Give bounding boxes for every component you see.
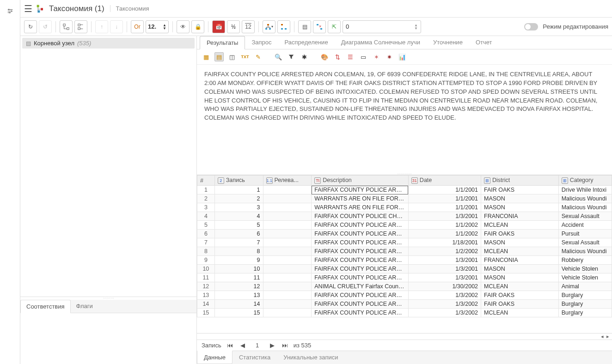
doc-button[interactable]: ▤ bbox=[298, 20, 311, 33]
tab-sunburst[interactable]: Диаграмма Солнечные лучи bbox=[335, 36, 427, 49]
hierarchy2-button[interactable] bbox=[277, 20, 290, 33]
refresh-button[interactable]: ↻ bbox=[24, 20, 37, 33]
palette-icon[interactable]: 🎨 bbox=[320, 52, 329, 61]
list-icon[interactable]: ☰ bbox=[346, 52, 355, 61]
cell-relevance bbox=[263, 203, 312, 212]
cell-relevance bbox=[263, 186, 312, 194]
pager-first[interactable]: ⏮ bbox=[225, 342, 235, 349]
scroll-left-icon[interactable]: ◂ bbox=[601, 334, 604, 340]
table-row[interactable]: 1111FAIRFAX COUNTY POLICE ARRESTE1/3/200… bbox=[197, 273, 612, 282]
col-header-relevance[interactable]: 1.1Релева... bbox=[263, 176, 312, 186]
sort-icon[interactable]: ⇅ bbox=[333, 52, 342, 61]
txt-icon[interactable]: TXT bbox=[240, 52, 250, 61]
view-split-icon[interactable]: ◫ bbox=[227, 52, 237, 61]
table-row[interactable]: 77FAIRFAX COUNTY POLICE ARRESTE1/18/2001… bbox=[197, 238, 612, 247]
number-input[interactable]: 0▲▼ bbox=[343, 20, 421, 33]
col-header-district[interactable]: ⊞District bbox=[481, 176, 559, 186]
table-row[interactable]: 44FAIRFAX COUNTY POLICE CHARGE1/3/2001FR… bbox=[197, 212, 612, 221]
tab-refine[interactable]: Уточнение bbox=[427, 36, 469, 49]
cell-number: 13 bbox=[197, 291, 215, 300]
table-row[interactable]: 11FAIRFAX COUNTY POLICE ARRESTE1/1/2001F… bbox=[197, 186, 612, 194]
menu-icon[interactable]: ☰ bbox=[24, 3, 32, 14]
tree-panel[interactable]: ▤ Корневой узел (535) bbox=[20, 36, 196, 297]
svg-point-2 bbox=[9, 12, 10, 13]
col-header-date[interactable]: 31Date bbox=[408, 176, 481, 186]
table-row[interactable]: 1313FAIRFAX COUNTY POLICE ARE INVE1/3/20… bbox=[197, 291, 612, 300]
search-icon[interactable]: 🔍 bbox=[274, 52, 283, 61]
scroll-right-icon[interactable]: ▸ bbox=[606, 334, 609, 340]
cell-number: 14 bbox=[197, 300, 215, 309]
pager-prev[interactable]: ◀ bbox=[239, 342, 247, 349]
count-button[interactable]: 12 bbox=[242, 20, 255, 33]
results-grid[interactable]: # 2Запись 1.1Релева... TtDescription 31D… bbox=[197, 175, 612, 333]
col-header-category[interactable]: ⊞Category bbox=[558, 176, 612, 186]
tab-data[interactable]: Данные bbox=[197, 351, 233, 364]
pager-current: 1 bbox=[251, 342, 264, 349]
pager-next[interactable]: ▶ bbox=[268, 342, 276, 349]
tab-matches[interactable]: Соответствия bbox=[20, 300, 71, 313]
tab-flags[interactable]: Флаги bbox=[71, 300, 98, 313]
tab-distribution[interactable]: Распределение bbox=[278, 36, 335, 49]
col-header-record[interactable]: 2Запись bbox=[214, 176, 263, 186]
level-spinner[interactable]: 12.▲▼ bbox=[146, 20, 169, 33]
settings-icon[interactable] bbox=[4, 5, 17, 18]
table-row[interactable]: 1515FAIRFAX COUNTY POLICE ARRESTE1/3/200… bbox=[197, 309, 612, 317]
rect-icon[interactable]: ▭ bbox=[359, 52, 368, 61]
cell-district: MASON bbox=[481, 238, 559, 247]
table-row[interactable]: 88FAIRFAX COUNTY POLICE ARE INVE1/2/2002… bbox=[197, 247, 612, 256]
or-button[interactable]: Or bbox=[131, 20, 144, 33]
table-row[interactable]: 33WARRANTS ARE ON FILE FOR EDUA1/1/2001M… bbox=[197, 203, 612, 212]
eye-button[interactable]: 👁 bbox=[177, 20, 190, 33]
pager-last[interactable]: ⏭ bbox=[280, 342, 290, 349]
tab-stats[interactable]: Статистика bbox=[233, 351, 277, 364]
highlight-icon[interactable]: ✎ bbox=[253, 52, 263, 61]
table-row[interactable]: 1010FAIRFAX COUNTY POLICE ARRESTE1/3/200… bbox=[197, 265, 612, 273]
horizontal-scroll[interactable]: ◂▸ bbox=[197, 333, 612, 340]
cell-district: MCLEAN bbox=[481, 247, 559, 256]
cell-number: 11 bbox=[197, 273, 215, 282]
cell-district: MASON bbox=[481, 273, 559, 282]
edit-mode-toggle[interactable] bbox=[524, 23, 538, 30]
cell-district: MCLEAN bbox=[481, 282, 559, 291]
burst2-icon[interactable]: ✷ bbox=[385, 52, 394, 61]
cell-relevance bbox=[263, 265, 312, 273]
table-row[interactable]: 22WARRANTS ARE ON FILE FOR EDUA1/1/2001M… bbox=[197, 194, 612, 203]
tab-report[interactable]: Отчет bbox=[469, 36, 499, 49]
cell-category: Accident bbox=[558, 221, 612, 230]
arrow-down-button[interactable]: ↓ bbox=[110, 20, 123, 33]
burst1-icon[interactable]: ✶ bbox=[372, 52, 381, 61]
cell-description: FAIRFAX COUNTY POLICE ARE INVE bbox=[312, 291, 409, 300]
view-list-icon[interactable]: ▦ bbox=[202, 52, 211, 61]
table-row[interactable]: 99FAIRFAX COUNTY POLICE ARRESTE1/3/2001F… bbox=[197, 256, 612, 265]
tab-results[interactable]: Результаты bbox=[200, 36, 245, 49]
filter-icon[interactable] bbox=[287, 52, 296, 61]
gear-icon[interactable]: ✱ bbox=[300, 52, 309, 61]
table-row[interactable]: 55FAIRFAX COUNTY POLICE ARE INVE1/1/2002… bbox=[197, 221, 612, 230]
cell-number: 7 bbox=[197, 238, 215, 247]
table-row[interactable]: 1212ANIMAL CRUELTY Fairfax County P1/30/… bbox=[197, 282, 612, 291]
chart-icon[interactable]: 📊 bbox=[398, 52, 407, 61]
cell-date: 1/1/2001 bbox=[408, 194, 481, 203]
tree-add-button[interactable]: × bbox=[313, 20, 326, 33]
cell-district: FAIR OAKS bbox=[481, 230, 559, 238]
table-row[interactable]: 1414FAIRFAX COUNTY POLICE ARRESTE1/3/200… bbox=[197, 300, 612, 309]
tree-root-label: Корневой узел bbox=[34, 40, 74, 47]
tab-query[interactable]: Запрос bbox=[245, 36, 278, 49]
undo-button[interactable]: ↺ bbox=[39, 20, 52, 33]
export-button[interactable]: ⇱ bbox=[328, 20, 341, 33]
tree-collapse-button[interactable] bbox=[74, 20, 87, 33]
cell-date: 1/3/2002 bbox=[408, 291, 481, 300]
tree-root-node[interactable]: ▤ Корневой узел (535) bbox=[22, 38, 195, 49]
view-detail-icon[interactable]: ▤ bbox=[214, 52, 224, 61]
tab-unique[interactable]: Уникальные записи bbox=[277, 351, 344, 364]
col-header-description[interactable]: TtDescription bbox=[312, 176, 409, 186]
cell-district: MASON bbox=[481, 203, 559, 212]
lock-button[interactable]: 🔒 bbox=[191, 20, 204, 33]
calendar-button[interactable]: 📅 bbox=[212, 20, 225, 33]
fraction-button[interactable]: ½ bbox=[227, 20, 240, 33]
arrow-up-button[interactable]: ↑ bbox=[95, 20, 108, 33]
hierarchy-button[interactable]: ▾ bbox=[263, 20, 275, 33]
tree-expand-button[interactable] bbox=[60, 20, 73, 33]
col-header-number[interactable]: # bbox=[197, 176, 215, 186]
table-row[interactable]: 66FAIRFAX COUNTY POLICE ARRESTE1/1/2002F… bbox=[197, 230, 612, 238]
